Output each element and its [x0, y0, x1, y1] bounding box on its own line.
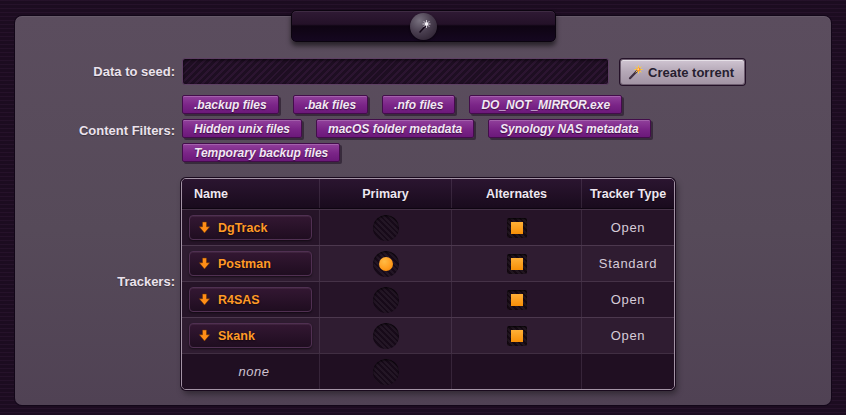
primary-radio[interactable] — [373, 215, 399, 241]
tracker-name-label: Postman — [218, 257, 271, 271]
filter-chip[interactable]: macOS folder metadata — [316, 119, 474, 138]
alternates-checkbox[interactable] — [507, 254, 527, 274]
tracker-type-cell: Standard — [581, 246, 674, 281]
filter-chip[interactable]: Temporary backup files — [182, 143, 340, 162]
create-torrent-button[interactable]: Create torrent — [620, 59, 745, 85]
tracker-row: SkankOpen — [182, 317, 674, 353]
filter-chip[interactable]: Synology NAS metadata — [488, 119, 651, 138]
tracker-name-button[interactable]: DgTrack — [189, 215, 312, 240]
column-header-name: Name — [182, 179, 319, 208]
trackers-table-header: NamePrimaryAlternatesTracker Type — [182, 179, 674, 209]
filter-chip[interactable]: .bak files — [293, 95, 368, 114]
tracker-name-cell: none — [182, 354, 319, 389]
tracker-name-label: Skank — [218, 329, 255, 343]
column-header-alternates: Alternates — [451, 179, 581, 208]
primary-radio[interactable] — [373, 359, 399, 385]
tracker-type-label: Standard — [599, 256, 657, 271]
tracker-name-button[interactable]: Skank — [189, 323, 312, 348]
tracker-name-button[interactable]: R4SAS — [189, 287, 312, 312]
alternates-checkbox[interactable] — [507, 218, 527, 238]
tracker-name-cell: DgTrack — [182, 210, 319, 245]
magic-wand-icon — [628, 65, 643, 80]
alternates-cell — [451, 318, 581, 353]
tracker-name-cell: Postman — [182, 246, 319, 281]
tracker-name-cell: Skank — [182, 318, 319, 353]
create-torrent-label: Create torrent — [648, 65, 734, 80]
tracker-name-label: DgTrack — [218, 221, 267, 235]
filter-chip-row: Temporary backup files — [182, 143, 662, 162]
tracker-type-label: Open — [611, 292, 646, 307]
primary-cell — [319, 210, 451, 245]
tracker-row: PostmanStandard — [182, 245, 674, 281]
alternates-cell — [451, 354, 581, 389]
tracker-name-button[interactable]: Postman — [189, 251, 312, 276]
trackers-table: NamePrimaryAlternatesTracker Type DgTrac… — [181, 178, 675, 390]
data-to-seed-label: Data to seed: — [0, 64, 175, 79]
tracker-name-label: R4SAS — [218, 293, 260, 307]
wizard-bar-button[interactable] — [291, 10, 556, 42]
filter-chip[interactable]: Hidden unix files — [182, 119, 302, 138]
trackers-label: Trackers: — [0, 274, 175, 289]
tracker-type-label: Open — [611, 328, 646, 343]
download-arrow-icon — [198, 329, 211, 342]
tracker-type-cell: Open — [581, 210, 674, 245]
data-to-seed-input[interactable] — [182, 58, 609, 85]
primary-cell — [319, 318, 451, 353]
download-arrow-icon — [198, 257, 211, 270]
tracker-none-label: none — [189, 364, 319, 379]
primary-radio[interactable] — [373, 287, 399, 313]
tracker-name-cell: R4SAS — [182, 282, 319, 317]
filter-chip[interactable]: .nfo files — [382, 95, 455, 114]
filter-chip[interactable]: .backup files — [182, 95, 279, 114]
content-filters-label: Content Filters: — [0, 123, 175, 138]
primary-cell — [319, 246, 451, 281]
primary-cell — [319, 282, 451, 317]
tracker-row: none — [182, 353, 674, 389]
tracker-type-label: Open — [611, 220, 646, 235]
filter-chip-row: .backup files.bak files.nfo filesDO_NOT_… — [182, 95, 662, 114]
primary-cell — [319, 354, 451, 389]
column-header-primary: Primary — [319, 179, 451, 208]
tracker-row: DgTrackOpen — [182, 209, 674, 245]
alternates-cell — [451, 246, 581, 281]
tracker-row: R4SASOpen — [182, 281, 674, 317]
download-arrow-icon — [198, 293, 211, 306]
filter-chip-row: Hidden unix filesmacOS folder metadataSy… — [182, 119, 662, 138]
alternates-checkbox[interactable] — [507, 326, 527, 346]
column-header-tracker-type: Tracker Type — [581, 179, 674, 208]
tracker-type-cell: Open — [581, 318, 674, 353]
tracker-type-cell — [581, 354, 674, 389]
tracker-type-cell: Open — [581, 282, 674, 317]
filter-chip[interactable]: DO_NOT_MIRROR.exe — [469, 95, 622, 114]
alternates-cell — [451, 282, 581, 317]
alternates-cell — [451, 210, 581, 245]
download-arrow-icon — [198, 221, 211, 234]
sparkle-icon — [410, 13, 437, 40]
alternates-checkbox[interactable] — [507, 290, 527, 310]
primary-radio[interactable] — [373, 251, 399, 277]
filter-chips: .backup files.bak files.nfo filesDO_NOT_… — [182, 95, 662, 167]
primary-radio[interactable] — [373, 323, 399, 349]
trackers-table-body: DgTrackOpenPostmanStandardR4SASOpenSkank… — [182, 209, 674, 389]
